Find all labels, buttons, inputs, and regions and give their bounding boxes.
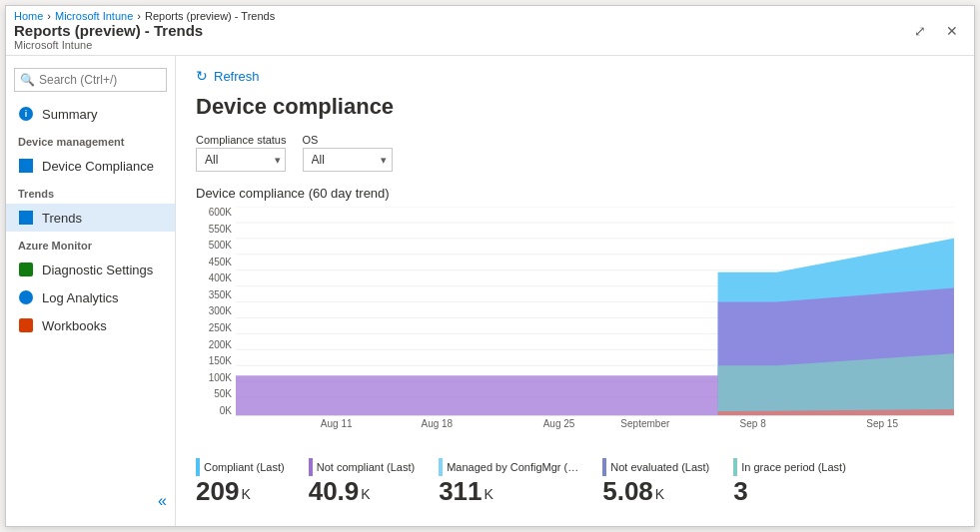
maximize-button[interactable]: ⤢ xyxy=(906,21,934,41)
legend-color-not-evaluated xyxy=(602,458,606,476)
search-box: 🔍 xyxy=(14,68,167,92)
y-label-100k: 100K xyxy=(209,372,232,383)
sidebar-section-azure-monitor: Azure Monitor xyxy=(6,232,175,256)
y-label-400k: 400K xyxy=(209,272,232,283)
y-label-500k: 500K xyxy=(209,240,232,251)
sidebar-item-label: Trends xyxy=(42,211,82,226)
legend-value-row-not-compliant: 40.9 K xyxy=(309,478,415,504)
main-layout: 🔍 i Summary Device management Device Com… xyxy=(6,56,974,526)
workbooks-icon xyxy=(18,317,34,333)
window-subtitle: Microsoft Intune xyxy=(14,39,275,51)
legend-item-managed-configmgr: Managed by ConfigMgr (… 311 K xyxy=(439,458,578,504)
legend-suffix-not-compliant: K xyxy=(361,486,370,504)
x-label-september: September xyxy=(620,418,669,429)
legend-value-managed-configmgr: 311 xyxy=(439,478,482,504)
legend-color-compliant xyxy=(196,458,200,476)
legend-value-row-managed-configmgr: 311 K xyxy=(439,478,578,504)
trends-icon xyxy=(18,210,34,226)
y-label-450k: 450K xyxy=(209,257,232,267)
x-label-sep15: Sep 15 xyxy=(866,418,898,429)
y-label-0k: 0K xyxy=(220,405,232,416)
os-select[interactable]: All Windows iOS Android macOS xyxy=(303,148,393,172)
legend-label-compliant: Compliant (Last) xyxy=(196,458,285,476)
legend-suffix-compliant: K xyxy=(241,486,250,504)
log-analytics-icon xyxy=(18,289,34,305)
page-title: Device compliance xyxy=(196,94,954,120)
legend-value-row-not-evaluated: 5.08 K xyxy=(602,478,709,504)
search-icon: 🔍 xyxy=(20,73,35,87)
sidebar-item-diagnostic-settings[interactable]: Diagnostic Settings xyxy=(6,256,175,283)
chart-plot-area xyxy=(236,207,954,416)
window-controls: ⤢ ✕ xyxy=(906,21,966,41)
compliance-status-select[interactable]: All Compliant Not compliant Not evaluate… xyxy=(196,148,286,172)
breadcrumb: Home › Microsoft Intune › Reports (previ… xyxy=(14,10,275,22)
sidebar-item-label: Log Analytics xyxy=(42,290,119,305)
search-input[interactable] xyxy=(14,68,167,92)
legend-value-not-compliant: 40.9 xyxy=(309,478,360,504)
legend-item-in-grace-period: In grace period (Last) 3 xyxy=(733,458,846,504)
sidebar-section-trends: Trends xyxy=(6,180,175,204)
refresh-bar[interactable]: ↻ Refresh xyxy=(196,68,954,84)
y-label-350k: 350K xyxy=(209,289,232,300)
breadcrumb-home[interactable]: Home xyxy=(14,10,43,22)
chart-y-axis: 600K 550K 500K 450K 400K 350K 300K 250K … xyxy=(196,207,236,416)
compliance-status-filter: Compliance status All Compliant Not comp… xyxy=(196,134,287,172)
refresh-label: Refresh xyxy=(214,69,260,84)
legend-label-not-compliant: Not compliant (Last) xyxy=(309,458,415,476)
collapse-sidebar-button[interactable]: « xyxy=(158,492,167,509)
legend-row: Compliant (Last) 209 K Not compliant (La… xyxy=(196,458,954,504)
y-label-550k: 550K xyxy=(209,224,232,235)
os-filter: OS All Windows iOS Android macOS xyxy=(303,134,393,172)
sidebar-item-log-analytics[interactable]: Log Analytics xyxy=(6,283,175,311)
sidebar-item-label: Diagnostic Settings xyxy=(42,263,153,277)
info-icon: i xyxy=(18,106,34,122)
sidebar-item-label: Summary xyxy=(42,107,98,122)
window-title: Reports (preview) - Trends xyxy=(14,22,275,39)
chart-section-label: Device compliance (60 day trend) xyxy=(196,186,954,201)
refresh-icon: ↻ xyxy=(196,68,208,84)
legend-value-row-compliant: 209 K xyxy=(196,478,285,504)
chart-container: 600K 550K 500K 450K 400K 350K 300K 250K … xyxy=(196,207,954,446)
content-area: ↻ Refresh Device compliance Compliance s… xyxy=(176,56,974,526)
breadcrumb-current: Reports (preview) - Trends xyxy=(145,10,275,22)
legend-value-not-evaluated: 5.08 xyxy=(602,478,653,504)
chart-svg xyxy=(236,207,954,415)
legend-item-compliant: Compliant (Last) 209 K xyxy=(196,458,285,504)
sidebar-item-device-compliance[interactable]: Device Compliance xyxy=(6,152,175,180)
title-area: Home › Microsoft Intune › Reports (previ… xyxy=(14,10,275,51)
diagnostic-settings-icon xyxy=(18,262,34,277)
title-bar: Home › Microsoft Intune › Reports (previ… xyxy=(6,6,974,56)
sidebar-item-summary[interactable]: i Summary xyxy=(6,100,175,128)
os-select-wrapper: All Windows iOS Android macOS xyxy=(303,148,393,172)
x-axis: Aug 11 Aug 18 Aug 25 September Sep 8 Sep… xyxy=(236,418,954,446)
legend-item-not-evaluated: Not evaluated (Last) 5.08 K xyxy=(602,458,709,504)
legend-value-compliant: 209 xyxy=(196,478,239,504)
main-window: Home › Microsoft Intune › Reports (previ… xyxy=(5,5,975,527)
y-label-150k: 150K xyxy=(209,355,232,366)
legend-color-not-compliant xyxy=(309,458,313,476)
y-label-300k: 300K xyxy=(209,305,232,316)
legend-suffix-not-evaluated: K xyxy=(655,486,664,504)
sidebar: 🔍 i Summary Device management Device Com… xyxy=(6,56,176,526)
x-label-aug11: Aug 11 xyxy=(321,418,353,429)
sidebar-section-device-management: Device management xyxy=(6,128,175,152)
legend-value-in-grace-period: 3 xyxy=(733,478,747,504)
x-label-aug25: Aug 25 xyxy=(543,418,575,429)
legend-color-in-grace-period xyxy=(733,458,737,476)
sidebar-item-label: Workbooks xyxy=(42,318,107,333)
y-label-50k: 50K xyxy=(214,388,232,399)
sidebar-item-label: Device Compliance xyxy=(42,159,154,174)
legend-color-managed-configmgr xyxy=(439,458,443,476)
legend-label-in-grace-period: In grace period (Last) xyxy=(733,458,846,476)
sidebar-item-workbooks[interactable]: Workbooks xyxy=(6,311,175,339)
sidebar-item-trends[interactable]: Trends xyxy=(6,204,175,232)
legend-label-not-evaluated: Not evaluated (Last) xyxy=(602,458,709,476)
y-label-250k: 250K xyxy=(209,322,232,333)
close-button[interactable]: ✕ xyxy=(938,21,966,41)
filter-row: Compliance status All Compliant Not comp… xyxy=(196,134,954,172)
legend-label-managed-configmgr: Managed by ConfigMgr (… xyxy=(439,458,578,476)
breadcrumb-intune[interactable]: Microsoft Intune xyxy=(55,10,133,22)
device-compliance-icon xyxy=(18,158,34,174)
y-label-600k: 600K xyxy=(209,207,232,218)
legend-value-row-in-grace-period: 3 xyxy=(733,478,846,504)
